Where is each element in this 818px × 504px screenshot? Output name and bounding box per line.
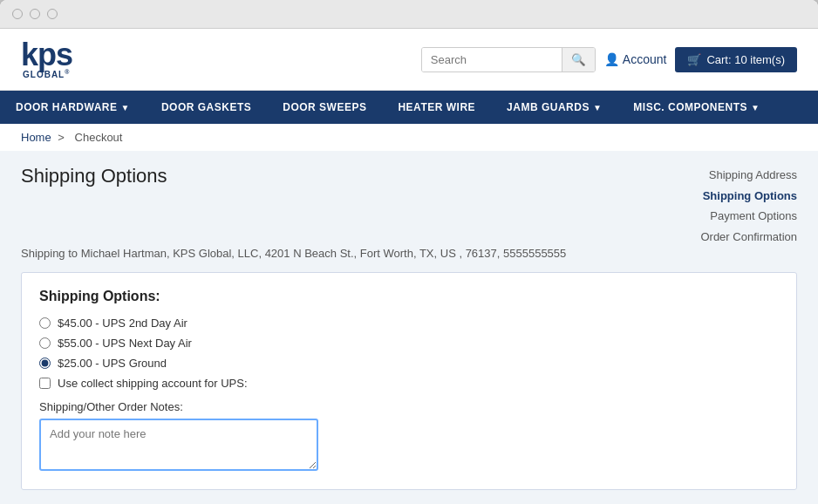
browser-dot-1 xyxy=(12,9,23,19)
page-content: Shipping Options Shipping Address Shippi… xyxy=(0,151,818,504)
upsnext-label: $55.00 - UPS Next Day Air xyxy=(58,337,192,350)
logo-kps: kps xyxy=(21,37,72,72)
header-right: 🔍 👤 Account 🛒 Cart: 10 item(s) xyxy=(421,47,797,72)
shipping-box: Shipping Options: $45.00 - UPS 2nd Day A… xyxy=(21,272,797,490)
browser-window: kps GLOBAL® 🔍 👤 Account 🛒 Cart: 10 item xyxy=(0,0,818,504)
chevron-down-icon: ▼ xyxy=(121,103,130,112)
search-icon: 🔍 xyxy=(571,53,586,66)
breadcrumb-separator: > xyxy=(58,131,65,144)
step-payment-options: Payment Options xyxy=(700,206,797,226)
notes-label: Shipping/Other Order Notes: xyxy=(39,400,779,413)
checkout-steps: Shipping Address Shipping Options Paymen… xyxy=(700,165,797,247)
radio-ups2day[interactable] xyxy=(39,317,51,329)
shipping-address-line: Shipping to Michael Hartman, KPS Global,… xyxy=(21,247,797,260)
search-input[interactable] xyxy=(422,48,562,72)
cart-button[interactable]: 🛒 Cart: 10 item(s) xyxy=(675,47,797,72)
step-shipping-address: Shipping Address xyxy=(700,165,797,185)
breadcrumb-home[interactable]: Home xyxy=(21,131,51,144)
nav-label-door-gaskets: DOOR GASKETS xyxy=(161,101,251,113)
chevron-down-icon-3: ▼ xyxy=(751,103,760,112)
cart-icon: 🛒 xyxy=(687,53,701,66)
account-button[interactable]: 👤 Account xyxy=(604,52,667,66)
nav-item-door-sweeps[interactable]: DOOR SWEEPS xyxy=(267,91,382,124)
nav-label-door-hardware: DOOR HARDWARE xyxy=(16,101,118,113)
collect-shipping-text: Use collect shipping account for UPS: xyxy=(58,377,248,390)
nav-item-door-gaskets[interactable]: DOOR GASKETS xyxy=(146,91,267,124)
step-shipping-options: Shipping Options xyxy=(700,186,797,206)
nav-item-door-hardware[interactable]: DOOR HARDWARE ▼ xyxy=(0,91,146,124)
ups2day-label: $45.00 - UPS 2nd Day Air xyxy=(58,317,187,330)
nav-item-heater-wire[interactable]: HEATER WIRE xyxy=(382,91,491,124)
main-nav: DOOR HARDWARE ▼ DOOR GASKETS DOOR SWEEPS… xyxy=(0,91,818,124)
search-button[interactable]: 🔍 xyxy=(562,48,595,72)
upsground-label: $25.00 - UPS Ground xyxy=(58,357,167,370)
browser-dot-3 xyxy=(47,9,58,19)
cart-label: Cart: 10 item(s) xyxy=(706,53,785,66)
nav-label-jamb-guards: JAMB GUARDS xyxy=(507,101,590,113)
account-label: Account xyxy=(623,52,667,66)
radio-upsnext[interactable] xyxy=(39,337,51,349)
shipping-box-title: Shipping Options: xyxy=(39,289,779,304)
nav-label-heater-wire: HEATER WIRE xyxy=(398,101,475,113)
collect-shipping-checkbox-label[interactable]: Use collect shipping account for UPS: xyxy=(39,377,779,390)
nav-item-misc-components[interactable]: MISC. COMPONENTS ▼ xyxy=(617,91,775,124)
search-box[interactable]: 🔍 xyxy=(421,47,596,72)
chevron-down-icon-2: ▼ xyxy=(593,103,602,112)
browser-dot-2 xyxy=(30,9,40,19)
notes-textarea[interactable] xyxy=(39,419,318,471)
radio-upsground[interactable] xyxy=(39,358,51,369)
logo-text: kps xyxy=(21,39,72,71)
logo: kps GLOBAL® xyxy=(21,39,72,79)
nav-label-misc-components: MISC. COMPONENTS xyxy=(633,101,747,113)
breadcrumb-current: Checkout xyxy=(75,131,123,144)
user-icon: 👤 xyxy=(604,52,619,66)
shipping-option-upsnext[interactable]: $55.00 - UPS Next Day Air xyxy=(39,337,779,350)
step-order-confirmation: Order Confirmation xyxy=(700,227,797,247)
site-header: kps GLOBAL® 🔍 👤 Account 🛒 Cart: 10 item xyxy=(0,29,818,91)
collect-shipping-checkbox[interactable] xyxy=(39,378,51,389)
page-title: Shipping Options xyxy=(21,165,167,187)
logo-global: GLOBAL® xyxy=(23,69,72,79)
browser-chrome xyxy=(0,0,818,29)
breadcrumb: Home > Checkout xyxy=(0,124,818,151)
nav-label-door-sweeps: DOOR SWEEPS xyxy=(283,101,366,113)
nav-item-jamb-guards[interactable]: JAMB GUARDS ▼ xyxy=(491,91,617,124)
shipping-option-ups2day[interactable]: $45.00 - UPS 2nd Day Air xyxy=(39,317,779,330)
content-row: Shipping Options Shipping Address Shippi… xyxy=(21,165,797,247)
shipping-option-upsground[interactable]: $25.00 - UPS Ground xyxy=(39,357,779,370)
